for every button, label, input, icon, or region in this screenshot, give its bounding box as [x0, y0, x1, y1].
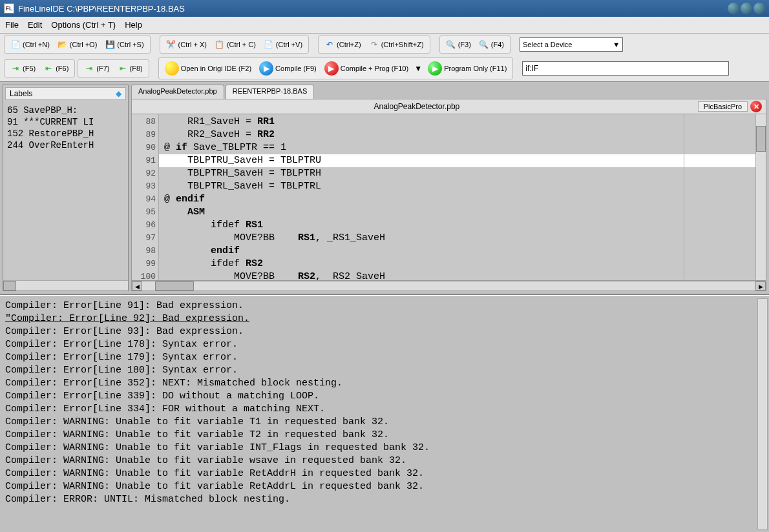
output-line[interactable]: "Compiler: Error[Line 92]: Bad expressio… — [5, 312, 764, 325]
chevron-down-icon: ◆ — [116, 89, 121, 98]
find-next-button[interactable]: 🔍(F4) — [476, 37, 507, 52]
scroll-right-button[interactable]: ▶ — [755, 281, 766, 291]
paste-button[interactable]: 📄(Ctrl +V) — [260, 37, 306, 52]
code-line[interactable]: @ if Save_TBLPTR == 1 — [164, 141, 755, 154]
output-line[interactable]: Compiler: WARNING: Unable to fit variabl… — [5, 480, 764, 493]
comment-icon: ⇥ — [84, 63, 94, 74]
sidebar-item[interactable]: 65 SavePBP_H: — [7, 105, 124, 116]
open-folder-icon: 📂 — [58, 39, 68, 50]
close-document-button[interactable]: ✕ — [750, 101, 762, 112]
output-line[interactable]: Compiler: WARNING: Unable to fit variabl… — [5, 455, 764, 467]
output-line[interactable]: Compiler: WARNING: Unable to fit variabl… — [5, 416, 764, 429]
uncomment-f8-button[interactable]: ⇤(F8) — [114, 61, 146, 76]
output-line[interactable]: Compiler: Error[Line 91]: Bad expression… — [5, 300, 764, 312]
output-line[interactable]: Compiler: WARNING: Unable to fit variabl… — [5, 429, 764, 442]
right-margin-rule — [684, 114, 684, 280]
open-ide-icon — [165, 61, 179, 76]
copy-button[interactable]: 📋(Ctrl + C) — [211, 37, 259, 52]
save-file-button[interactable]: 💾(Ctrl +S) — [101, 37, 147, 52]
program-only-button[interactable]: ▶Program Only (F11) — [425, 59, 510, 77]
program-only-icon: ▶ — [428, 61, 442, 76]
f6-label: (F6) — [56, 65, 68, 72]
language-badge[interactable]: PicBasicPro — [698, 101, 748, 112]
new-file-button[interactable]: 📄(Ctrl +N) — [7, 37, 53, 52]
output-line[interactable]: Compiler: ERROR: UNTIL: Mismatched block… — [5, 493, 764, 506]
output-line[interactable]: Compiler: Error[Line 339]: DO without a … — [5, 390, 764, 403]
indent-f5-button[interactable]: ⇥(F5) — [7, 61, 39, 76]
output-line[interactable]: Compiler: Error[Line 352]: NEXT: Mismatc… — [5, 377, 764, 390]
cut-button[interactable]: ✂️(Ctrl + X) — [163, 37, 210, 52]
hscroll-thumb[interactable] — [155, 281, 194, 291]
sidebar-hscroll[interactable] — [3, 280, 128, 291]
editor-tab[interactable]: REENTERPBP-18.BAS — [226, 85, 315, 99]
if-field[interactable]: if:IF — [522, 61, 729, 76]
menu-help[interactable]: Help — [125, 20, 142, 30]
find-label: (F3) — [458, 41, 471, 48]
sidebar-list[interactable]: 65 SavePBP_H:91 ***CURRENT LI152 Restore… — [3, 102, 128, 280]
editor-tab[interactable]: AnalogPeakDetector.pbp — [131, 85, 224, 99]
code-line[interactable]: ifdef RS1 — [164, 219, 755, 232]
compile-button[interactable]: ▶Compile (F9) — [256, 59, 320, 77]
output-line[interactable]: Compiler: Error[Line 93]: Bad expression… — [5, 325, 764, 338]
output-panel[interactable]: Compiler: Error[Line 91]: Bad expression… — [0, 295, 769, 532]
uncomment-icon: ⇤ — [118, 63, 128, 74]
open-origi-button[interactable]: Open in Origi IDE (F2) — [162, 59, 255, 77]
code-line[interactable]: TBLPTRU_SaveH = TBLPTRU — [159, 154, 755, 167]
editor-tabs: AnalogPeakDetector.pbpREENTERPBP-18.BAS — [131, 85, 766, 99]
output-line[interactable]: Compiler: Error[Line 180]: Syntax error. — [5, 364, 764, 377]
comment-f7-button[interactable]: ⇥(F7) — [81, 61, 112, 76]
menu-file[interactable]: File — [5, 20, 19, 30]
code-text[interactable]: RR1_SaveH = RR1 RR2_SaveH = RR2@ if Save… — [159, 114, 755, 280]
output-line[interactable]: Compiler: WARNING: Unable to fit variabl… — [5, 467, 764, 480]
maximize-button[interactable] — [741, 3, 752, 14]
code-line[interactable]: TBLPTRL_SaveH = TBLPTRL — [164, 180, 755, 193]
save-file-label: (Ctrl +S) — [117, 41, 143, 48]
code-line[interactable]: RR1_SaveH = RR1 — [164, 116, 755, 128]
sidebar-item[interactable]: 244 OverReEnterH — [7, 139, 124, 151]
find-button[interactable]: 🔍(F3) — [443, 37, 474, 52]
undo-button[interactable]: ↶(Ctrl+Z) — [321, 37, 364, 52]
device-select[interactable]: Select a Device ▼ — [520, 37, 623, 52]
editor-hscroll[interactable]: ◀ ▶ — [131, 281, 766, 291]
dropdown-arrow-icon[interactable]: ▼ — [413, 63, 423, 74]
code-line[interactable]: MOVE?BB RS1, _RS1_SaveH — [164, 232, 755, 245]
scroll-left-button[interactable]: ◀ — [132, 281, 142, 291]
search-icon: 🔍 — [446, 39, 456, 50]
sidebar-item[interactable]: 91 ***CURRENT LI — [7, 116, 124, 128]
outdent-f6-button[interactable]: ⇤(F6) — [40, 61, 72, 76]
minimize-button[interactable] — [728, 3, 739, 14]
output-vscroll[interactable] — [757, 298, 768, 530]
paste-label: (Ctrl +V) — [276, 41, 302, 48]
code-line[interactable]: MOVE?BB RS2, RS2 SaveH — [164, 271, 755, 281]
output-line[interactable]: Compiler: Error[Line 334]: FOR without a… — [5, 403, 764, 416]
copy-label: (Ctrl + C) — [227, 41, 256, 48]
compile-prog-button[interactable]: ▶Compile + Prog (F10) — [321, 59, 412, 77]
open-file-button[interactable]: 📂(Ctrl +O) — [54, 37, 100, 52]
code-line[interactable]: endif — [164, 245, 755, 258]
code-line[interactable]: TBLPTRH_SaveH = TBLPTRH — [164, 167, 755, 180]
scrollbar-thumb[interactable] — [3, 281, 16, 291]
menu-edit[interactable]: Edit — [28, 20, 42, 30]
if-field-value: if:IF — [525, 64, 538, 73]
open-file-label: (Ctrl +O) — [70, 41, 97, 48]
code-line[interactable]: RR2_SaveH = RR2 — [164, 128, 755, 141]
code-area[interactable]: 888990919293949596979899100 RR1_SaveH = … — [131, 114, 766, 281]
code-line[interactable]: ASM — [164, 206, 755, 219]
editor-vscroll[interactable] — [755, 114, 766, 280]
output-line[interactable]: Compiler: WARNING: Unable to fit variabl… — [5, 442, 764, 455]
sidebar-item[interactable]: 152 RestorePBP_H — [7, 128, 124, 139]
redo-button[interactable]: ↷(Ctrl+Shift+Z) — [366, 37, 427, 52]
redo-icon: ↷ — [369, 39, 379, 50]
indent-icon: ⇥ — [10, 63, 21, 74]
close-window-button[interactable] — [753, 3, 765, 14]
code-line[interactable]: @ endif — [164, 193, 755, 206]
code-line[interactable]: ifdef RS2 — [164, 258, 755, 271]
vscroll-thumb[interactable] — [756, 126, 766, 152]
output-line[interactable]: Compiler: Error[Line 178]: Syntax error. — [5, 338, 764, 351]
editor-panel: AnalogPeakDetector.pbpREENTERPBP-18.BAS … — [131, 85, 766, 291]
sidebar-dropdown[interactable]: Labels ◆ — [5, 87, 126, 100]
output-line[interactable]: Compiler: Error[Line 179]: Syntax error. — [5, 351, 764, 364]
find-next-label: (F4) — [491, 41, 504, 48]
dropdown-icon: ▼ — [613, 41, 620, 48]
menu-options[interactable]: Options (Ctrl + T) — [51, 20, 116, 30]
